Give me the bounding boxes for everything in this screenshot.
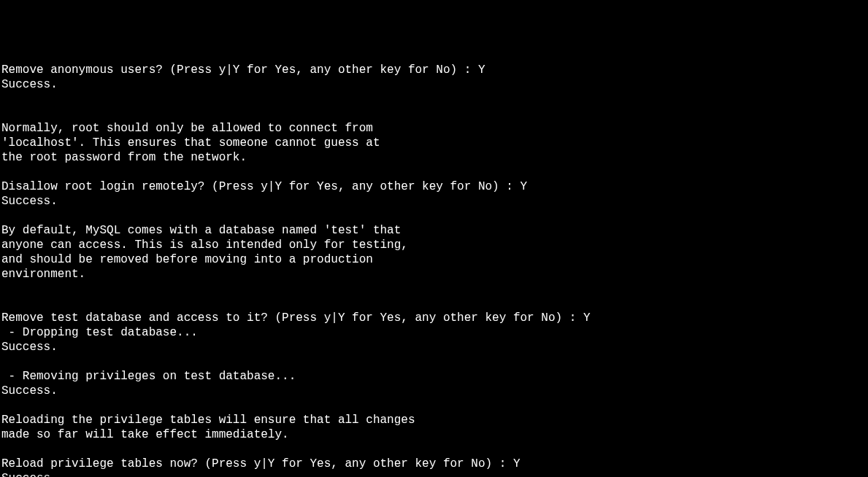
terminal-output: Remove anonymous users? (Press y|Y for Y… — [1, 63, 867, 477]
output-line: 'localhost'. This ensures that someone c… — [1, 136, 380, 150]
output-line: - Removing privileges on test database..… — [1, 370, 296, 383]
output-line: Reload privilege tables now? (Press y|Y … — [1, 457, 521, 470]
output-line: Success. — [1, 195, 58, 208]
output-line: Remove anonymous users? (Press y|Y for Y… — [1, 63, 485, 77]
output-line: the root password from the network. — [1, 151, 247, 164]
output-line: made so far will take effect immediately… — [1, 428, 289, 441]
output-line: anyone can access. This is also intended… — [1, 238, 408, 252]
output-line: Disallow root login remotely? (Press y|Y… — [1, 180, 527, 193]
output-line: Success. — [1, 472, 58, 477]
output-line: Reloading the privilege tables will ensu… — [1, 414, 415, 427]
output-line: and should be removed before moving into… — [1, 253, 373, 266]
output-line: Success. — [1, 384, 58, 398]
output-line: environment. — [1, 268, 85, 281]
output-line: Success. — [1, 78, 58, 91]
output-line: Success. — [1, 341, 58, 354]
output-line: - Dropping test database... — [1, 326, 198, 339]
output-line: By default, MySQL comes with a database … — [1, 224, 401, 237]
output-line: Normally, root should only be allowed to… — [1, 122, 373, 135]
output-line: Remove test database and access to it? (… — [1, 311, 591, 325]
